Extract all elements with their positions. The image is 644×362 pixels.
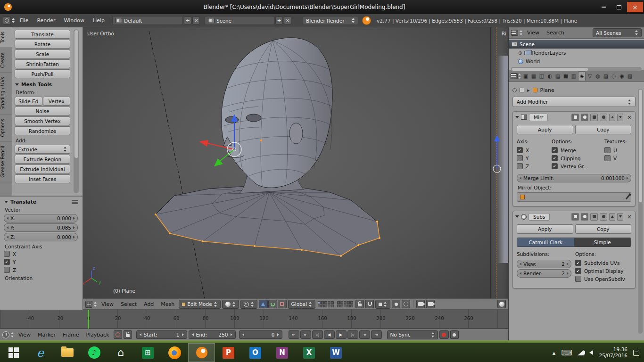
- viewport-visibility-toggle[interactable]: [581, 213, 588, 221]
- next-keyframe-button[interactable]: ↠: [359, 330, 370, 339]
- increment-icon[interactable]: [567, 263, 569, 265]
- mode-selector[interactable]: Edit Mode: [179, 300, 220, 309]
- mirror-axis-x-checkbox[interactable]: ✓ X: [517, 147, 552, 153]
- opengl-render-anim-button[interactable]: [426, 300, 435, 308]
- smooth-vertex-button[interactable]: Smooth Vertex: [15, 116, 70, 125]
- subdivide-uvs-checkbox[interactable]: ✓ Subdivide UVs: [575, 260, 631, 266]
- optimal-display-checkbox[interactable]: ✓ Optimal Display: [575, 268, 631, 274]
- viewport-canvas[interactable]: x y z: [83, 27, 490, 298]
- keying-set-button[interactable]: [450, 330, 459, 339]
- render-engine-selector[interactable]: Blender Render: [303, 16, 358, 25]
- tab-constraints-icon[interactable]: ■: [562, 71, 570, 81]
- outliner-search-menu[interactable]: Search: [544, 30, 567, 36]
- select-menu[interactable]: Select: [118, 301, 140, 307]
- increment-icon[interactable]: [567, 272, 569, 275]
- noise-button[interactable]: Noise: [15, 107, 70, 115]
- tab-particles-icon[interactable]: ◌: [610, 71, 618, 81]
- snap-target-button[interactable]: [392, 300, 400, 308]
- slide-vertex-button[interactable]: Vertex: [43, 97, 71, 106]
- taskbar-onenote[interactable]: N: [269, 343, 296, 362]
- timeline-frame-menu[interactable]: Frame: [60, 332, 82, 338]
- increment-icon[interactable]: [182, 333, 184, 336]
- translate-manipulator-button[interactable]: [259, 300, 268, 308]
- increment-icon[interactable]: [73, 236, 75, 239]
- constraint-y-checkbox[interactable]: ✓ Y: [4, 259, 78, 265]
- menu-file[interactable]: File: [16, 17, 32, 24]
- tab-render-icon[interactable]: ▣: [522, 71, 529, 81]
- taskbar-windows-store[interactable]: ⊞: [134, 343, 161, 362]
- tab-material-icon[interactable]: ◍: [594, 71, 602, 81]
- tab-grease-pencil[interactable]: Grease Pencil: [0, 141, 12, 182]
- tab-physics-icon[interactable]: ◉: [618, 71, 626, 81]
- increment-icon[interactable]: [277, 333, 279, 336]
- view-menu[interactable]: View: [99, 301, 116, 307]
- mirror-copy-button[interactable]: Copy: [575, 125, 632, 134]
- timeline-marker-menu[interactable]: Marker: [35, 332, 58, 338]
- eyedropper-icon[interactable]: [625, 195, 630, 200]
- taskbar-home[interactable]: ⌂: [107, 343, 134, 362]
- close-button[interactable]: ×: [627, 2, 643, 12]
- viewport-editor-icon[interactable]: [85, 301, 92, 308]
- minimize-button[interactable]: [597, 2, 611, 12]
- play-reverse-button[interactable]: ◀: [324, 330, 335, 339]
- scale-manipulator-button[interactable]: [278, 300, 287, 308]
- cage-toggle[interactable]: [600, 213, 607, 221]
- timeline-editor-icon[interactable]: [2, 331, 9, 338]
- maximize-button[interactable]: [612, 2, 626, 12]
- subsurf-modifier-header[interactable]: Subs ×: [513, 211, 635, 222]
- add-menu[interactable]: Add: [141, 301, 157, 307]
- scale-button[interactable]: Scale: [15, 49, 70, 58]
- randomize-button[interactable]: Randomize: [15, 126, 70, 135]
- delete-modifier-button[interactable]: ×: [626, 114, 633, 121]
- menu-help[interactable]: Help: [89, 17, 108, 24]
- autokey-button[interactable]: [114, 330, 122, 339]
- outliner-filter-selector[interactable]: All Scenes: [593, 28, 642, 37]
- jump-to-end-button[interactable]: ⇥: [371, 330, 382, 339]
- constraint-x-checkbox[interactable]: X: [4, 251, 78, 257]
- mirror-axis-z-checkbox[interactable]: Z: [517, 163, 552, 169]
- timeline-view-menu[interactable]: View: [16, 332, 33, 338]
- expand-icon[interactable]: ⊕: [518, 50, 522, 56]
- cage-toggle[interactable]: [600, 114, 607, 121]
- move-modifier-up-button[interactable]: [609, 213, 615, 221]
- start-frame-field[interactable]: Start: 1: [136, 330, 187, 339]
- vertex-groups-checkbox[interactable]: ✓ Vertex Gr...: [552, 163, 604, 169]
- use-opensubdiv-checkbox[interactable]: Use OpenSubdiv: [575, 276, 631, 282]
- transform-orientation-selector[interactable]: Global: [288, 300, 316, 309]
- tab-modifiers-icon[interactable]: ◈: [578, 71, 586, 81]
- translate-button[interactable]: Translate: [15, 30, 70, 39]
- tab-options[interactable]: Options: [0, 115, 12, 142]
- timeline-playback-menu[interactable]: Playback: [83, 332, 112, 338]
- decrement-icon[interactable]: [520, 177, 521, 180]
- extrude-dropdown[interactable]: Extrude: [15, 145, 70, 154]
- snap-element-selector[interactable]: [375, 300, 390, 309]
- menu-render[interactable]: Render: [33, 17, 59, 24]
- clipping-checkbox[interactable]: ✓ Clipping: [552, 155, 604, 161]
- outliner-view-menu[interactable]: View: [524, 30, 542, 36]
- vector-z-field[interactable]: Z: 0.000: [4, 233, 78, 241]
- mirror-axis-y-checkbox[interactable]: Y: [517, 155, 552, 161]
- taskbar-outlook[interactable]: O: [242, 343, 269, 362]
- simple-option[interactable]: Simple: [574, 238, 631, 247]
- menu-window[interactable]: Window: [60, 17, 88, 24]
- outliner-row-world[interactable]: World: [509, 57, 644, 66]
- remove-layout-button[interactable]: ×: [192, 16, 200, 25]
- merge-checkbox[interactable]: ✓ Merge: [552, 147, 604, 153]
- texture-v-checkbox[interactable]: V: [604, 155, 631, 161]
- outliner-row-scene[interactable]: Scene: [509, 40, 644, 49]
- add-modifier-dropdown[interactable]: Add Modifier: [512, 97, 636, 107]
- proportional-edit-button[interactable]: [402, 300, 410, 308]
- catmull-clark-option[interactable]: Catmull-Clark: [517, 238, 574, 247]
- tab-extra-icon[interactable]: ▧: [626, 71, 634, 81]
- increment-icon[interactable]: [73, 226, 75, 229]
- layers-group-1[interactable]: [318, 301, 334, 307]
- push-pull-button[interactable]: Push/Pull: [15, 69, 70, 78]
- prev-keyframe-button[interactable]: ↞: [300, 330, 311, 339]
- move-modifier-down-button[interactable]: [617, 213, 623, 221]
- taskbar-file-explorer[interactable]: [54, 343, 81, 362]
- info-editor-icon[interactable]: [3, 16, 11, 25]
- taskbar-excel[interactable]: X: [296, 343, 322, 362]
- play-button[interactable]: ▶: [336, 330, 347, 339]
- texture-u-checkbox[interactable]: U: [604, 147, 631, 153]
- tab-scene-icon[interactable]: ◫: [538, 71, 545, 81]
